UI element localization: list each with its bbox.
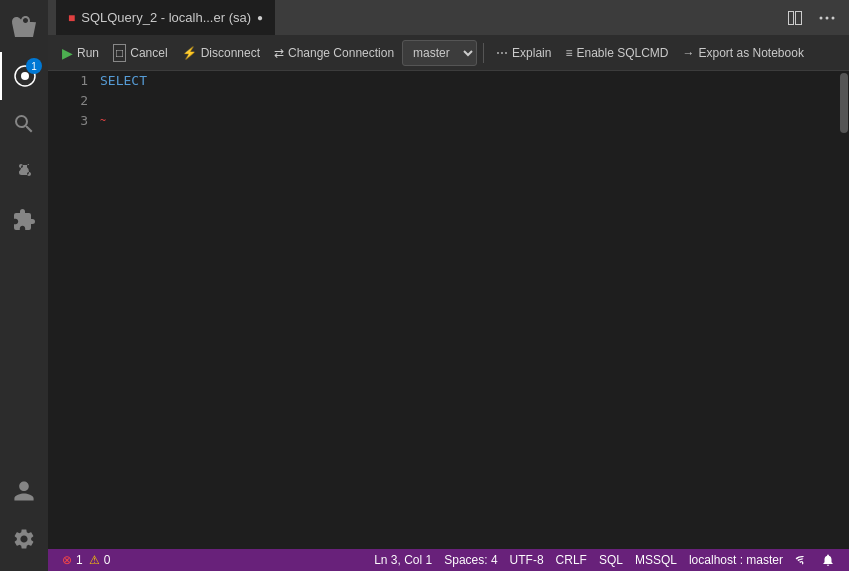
activity-icon-account[interactable]	[0, 467, 48, 515]
run-icon: ▶	[62, 45, 73, 61]
tab-title: SQLQuery_2 - localh...er (sa)	[81, 10, 251, 25]
editor-area[interactable]: 1 2 3 SELECT ~	[48, 71, 849, 549]
activity-bar: 1	[0, 0, 48, 571]
svg-point-3	[826, 16, 829, 19]
enable-sqlcmd-icon: ≡	[565, 46, 572, 60]
explain-button[interactable]: ⋯ Explain	[490, 43, 557, 63]
position-text: Ln 3, Col 1	[374, 553, 432, 567]
status-connection[interactable]: localhost : master	[683, 549, 789, 571]
warning-count: 0	[104, 553, 111, 567]
status-spaces[interactable]: Spaces: 4	[438, 549, 503, 571]
error-marker: ~	[100, 111, 106, 131]
disconnect-icon: ⚡	[182, 46, 197, 60]
explain-label: Explain	[512, 46, 551, 60]
toolbar-separator	[483, 43, 484, 63]
sql-file-icon: ■	[68, 11, 75, 25]
activity-icon-extensions[interactable]	[0, 196, 48, 244]
language-text: SQL	[599, 553, 623, 567]
enable-sqlcmd-label: Enable SQLCMD	[576, 46, 668, 60]
title-bar-actions	[781, 4, 841, 32]
main-area: ■ SQLQuery_2 - localh...er (sa) ● ▶ Run …	[48, 0, 849, 571]
encoding-text: UTF-8	[510, 553, 544, 567]
activity-icon-search[interactable]	[0, 100, 48, 148]
line-number-2: 2	[56, 91, 88, 111]
status-broadcast[interactable]	[789, 549, 815, 571]
activity-icon-settings[interactable]	[0, 515, 48, 563]
status-dialect[interactable]: MSSQL	[629, 549, 683, 571]
svg-point-2	[820, 16, 823, 19]
status-line-ending[interactable]: CRLF	[550, 549, 593, 571]
enable-sqlcmd-button[interactable]: ≡ Enable SQLCMD	[559, 43, 674, 63]
change-connection-label: Change Connection	[288, 46, 394, 60]
notification-icon	[821, 553, 835, 567]
change-connection-button[interactable]: ⇄ Change Connection	[268, 43, 400, 63]
status-position[interactable]: Ln 3, Col 1	[368, 549, 438, 571]
explain-icon: ⋯	[496, 46, 508, 60]
activity-icon-source-control[interactable]	[0, 148, 48, 196]
tab-modified-dot: ●	[257, 12, 263, 23]
disconnect-button[interactable]: ⚡ Disconnect	[176, 43, 266, 63]
run-button[interactable]: ▶ Run	[56, 42, 105, 64]
keyword-select: SELECT	[100, 71, 147, 91]
code-line-2	[100, 91, 839, 111]
run-label: Run	[77, 46, 99, 60]
svg-point-4	[832, 16, 835, 19]
export-notebook-button[interactable]: → Export as Notebook	[677, 43, 810, 63]
activity-icon-connections[interactable]: 1	[0, 52, 48, 100]
status-errors[interactable]: ⊗ 1 ⚠ 0	[56, 549, 116, 571]
line-number-3: 3	[56, 111, 88, 131]
editor-tab[interactable]: ■ SQLQuery_2 - localh...er (sa) ●	[56, 0, 275, 35]
error-icon: ⊗	[62, 553, 72, 567]
spaces-text: Spaces: 4	[444, 553, 497, 567]
database-select[interactable]: master tempdb model msdb	[402, 40, 477, 66]
vertical-scrollbar[interactable]	[839, 71, 849, 549]
svg-point-1	[21, 72, 29, 80]
export-label: Export as Notebook	[699, 46, 804, 60]
cancel-label: Cancel	[130, 46, 167, 60]
error-count: 1	[76, 553, 83, 567]
line-ending-text: CRLF	[556, 553, 587, 567]
line-numbers: 1 2 3	[48, 71, 96, 549]
cancel-button[interactable]: □ Cancel	[107, 41, 174, 65]
broadcast-icon	[795, 553, 809, 567]
status-notification[interactable]	[815, 549, 841, 571]
export-icon: →	[683, 46, 695, 60]
code-line-1: SELECT	[100, 71, 839, 91]
disconnect-label: Disconnect	[201, 46, 260, 60]
scrollbar-thumb[interactable]	[840, 73, 848, 133]
change-connection-icon: ⇄	[274, 46, 284, 60]
connection-text: localhost : master	[689, 553, 783, 567]
toolbar: ▶ Run □ Cancel ⚡ Disconnect ⇄ Change Con…	[48, 35, 849, 71]
status-right: Ln 3, Col 1 Spaces: 4 UTF-8 CRLF SQL MSS…	[368, 549, 841, 571]
more-actions-button[interactable]	[813, 4, 841, 32]
split-editor-button[interactable]	[781, 4, 809, 32]
code-line-3: ~	[100, 111, 839, 131]
connections-badge: 1	[26, 58, 42, 74]
status-encoding[interactable]: UTF-8	[504, 549, 550, 571]
title-bar: ■ SQLQuery_2 - localh...er (sa) ●	[48, 0, 849, 35]
status-left: ⊗ 1 ⚠ 0	[56, 549, 116, 571]
cancel-icon: □	[113, 44, 126, 62]
editor-content[interactable]: SELECT ~	[96, 71, 839, 549]
status-language[interactable]: SQL	[593, 549, 629, 571]
warning-icon: ⚠	[89, 553, 100, 567]
status-bar: ⊗ 1 ⚠ 0 Ln 3, Col 1 Spaces: 4 UTF-8 CRLF…	[48, 549, 849, 571]
line-number-1: 1	[56, 71, 88, 91]
activity-icon-explorer[interactable]	[0, 4, 48, 52]
dialect-text: MSSQL	[635, 553, 677, 567]
